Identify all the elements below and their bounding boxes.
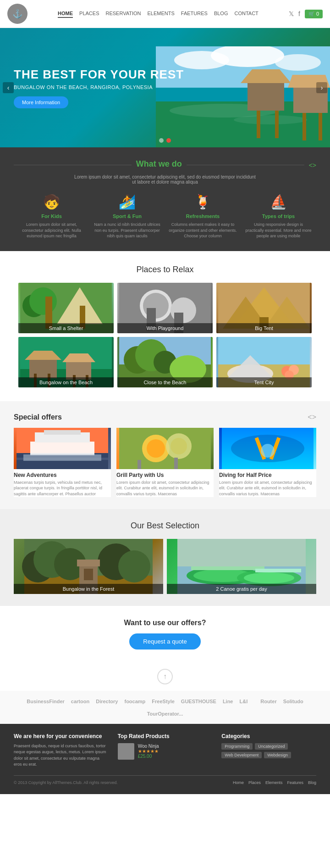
hero-dot-1[interactable] [159, 138, 164, 143]
section-divider: What we do <> [14, 159, 316, 171]
place-card-bungalow-beach[interactable]: Bungalow on the Beach [18, 337, 114, 387]
partner-cartoon: cartoon [71, 699, 89, 704]
best-selection-section: Our Best Selection Bungalow in the Fores… [0, 509, 330, 606]
offer-name-new-adventures: New Adventures [14, 472, 111, 478]
svg-rect-85 [77, 560, 100, 566]
partner-guesthouse: GUESTHOUSE [181, 699, 216, 704]
sport-icon: 🏄 [93, 194, 161, 210]
svg-rect-14 [302, 113, 306, 140]
place-card-big-tent[interactable]: Big Tent [216, 283, 312, 333]
hero-dot-2[interactable] [166, 138, 171, 143]
footer-link-home[interactable]: Home [233, 780, 244, 785]
cta-button[interactable]: Request a quote [129, 633, 200, 650]
nav-home[interactable]: HOME [58, 10, 73, 18]
main-nav: HOME PLACES RESERVATION ELEMENTS FAETURE… [58, 10, 258, 18]
nav-faetures[interactable]: FAETURES [181, 10, 208, 18]
chevron-icon: <> [309, 162, 316, 169]
nav-elements[interactable]: ELEMENTS [148, 10, 175, 18]
offer-img-cruise [14, 428, 111, 469]
feature-refreshments: 🍹 Refreshments Columns element makes it … [165, 194, 241, 239]
footer-cat-webdev[interactable]: Web Development [221, 752, 262, 758]
footer-copy: © 2013 Copyright by AllThemes.Club. All … [14, 780, 118, 785]
svg-rect-58 [30, 442, 94, 455]
place-card-close-beach[interactable]: Close to the Beach [117, 337, 213, 387]
best-grid: Bungalow in the Forest 2 Canoe gratis pe… [14, 539, 316, 594]
footer-col1-title: We are here for your convenience [14, 733, 109, 739]
footer-link-places[interactable]: Places [248, 780, 261, 785]
features-grid: 🧒 For Kids Lorem ipsum dolor sit amet, c… [14, 194, 316, 239]
place-label-close-beach: Close to the Beach [117, 377, 213, 387]
cta-section: Want to use our offers? Request a quote [0, 606, 330, 662]
feature-kids-label: For Kids [17, 213, 86, 219]
svg-point-65 [147, 439, 165, 458]
footer-link-elements[interactable]: Elements [265, 780, 283, 785]
header-right: 𝕏 f 🛒 0 [289, 10, 323, 18]
trips-icon: ⛵ [244, 194, 313, 210]
feature-kids-desc: Lorem ipsum dolor sit amet, consectetur … [17, 222, 86, 239]
facebook-icon[interactable]: f [298, 10, 300, 17]
feature-trips: ⛵ Types of trips Using responsive design… [241, 194, 316, 239]
nav-places[interactable]: PLACES [79, 10, 99, 18]
svg-rect-92 [191, 566, 264, 570]
svg-point-18 [29, 287, 57, 315]
hero-next-button[interactable]: › [316, 82, 327, 93]
hero-prev-button[interactable]: ‹ [3, 82, 14, 93]
svg-rect-68 [138, 460, 141, 469]
footer-cat-programming[interactable]: Programming [221, 743, 253, 750]
offer-desc-grill-party: Lorem ipsum dolor sit amet, consectetur … [116, 480, 214, 497]
svg-rect-84 [84, 569, 93, 580]
footer-col3-title: Categories [221, 733, 316, 739]
place-card-tent-city[interactable]: Tent City [216, 337, 312, 387]
nav-contact[interactable]: CONTACT [234, 10, 258, 18]
footer-bottom: © 2013 Copyright by AllThemes.Club. All … [14, 775, 316, 785]
footer-link-blog[interactable]: Blog [308, 780, 316, 785]
nav-blog[interactable]: BLOG [214, 10, 228, 18]
svg-point-82 [118, 550, 150, 582]
feature-kids: 🧒 For Kids Lorem ipsum dolor sit amet, c… [14, 194, 89, 239]
scroll-up-button[interactable]: ↑ [157, 669, 173, 684]
footer-cat-webdesign[interactable]: Webdesign [264, 752, 291, 758]
feature-trips-desc: Using responsive design is practically e… [244, 222, 313, 239]
place-card-playground[interactable]: With Playground [117, 283, 213, 333]
svg-rect-35 [29, 360, 57, 378]
place-label-playground: With Playground [117, 323, 213, 333]
partner-solitudo: Solitudo [283, 699, 303, 704]
offers-title: Special offers [14, 413, 62, 421]
divider-left [14, 165, 132, 165]
best-label-forest: Bungalow in the Forest [14, 584, 163, 594]
hero-cta-button[interactable]: More Information [14, 96, 68, 108]
twitter-icon[interactable]: 𝕏 [289, 10, 294, 17]
footer-cat-uncategorized[interactable]: Uncategorized [255, 743, 288, 750]
footer-link-features[interactable]: Features [287, 780, 303, 785]
divider-right [187, 165, 304, 165]
place-label-big-tent: Big Tent [216, 323, 312, 333]
place-label-tent-city: Tent City [216, 377, 312, 387]
kids-icon: 🧒 [17, 194, 86, 210]
footer-links: Home Places Elements Features Blog [233, 780, 316, 785]
footer-col1-text: Praesent dapibus, neque id cursus faucib… [14, 743, 109, 768]
offer-new-adventures[interactable]: New Adventures Maecenas turpis turpis, v… [14, 428, 111, 497]
offer-grill-party[interactable]: Grill Party with Us Lorem ipsum dolor si… [116, 428, 214, 497]
svg-rect-93 [255, 569, 301, 572]
best-card-canoe[interactable]: 2 Canoe gratis per day [167, 539, 316, 594]
svg-rect-62 [23, 454, 101, 461]
refreshments-icon: 🍹 [169, 194, 237, 210]
partner-foocamp: foocamp [124, 699, 145, 704]
footer-col3: Categories Programming Uncategorized Web… [221, 733, 316, 768]
what-we-do-desc: Lorem ipsum dolor sit amet, consectetur … [73, 174, 257, 185]
offer-diving[interactable]: Diving for Half Price Lorem ipsum dolor … [219, 428, 316, 497]
best-card-forest[interactable]: Bungalow in the Forest [14, 539, 163, 594]
offers-nav-icon[interactable]: <> [308, 413, 316, 421]
partner-router: Router [260, 699, 276, 704]
footer: We are here for your convenience Praesen… [0, 724, 330, 794]
hero-title: THE BEST FOR YOUR REST [14, 67, 184, 82]
nav-reservation[interactable]: RESERVATION [106, 10, 141, 18]
partner-line: Line [223, 699, 233, 704]
offer-name-diving: Diving for Half Price [219, 472, 316, 478]
feature-trips-label: Types of trips [244, 213, 313, 219]
hero-section: THE BEST FOR YOUR REST BUNGALOW ON THE B… [0, 28, 330, 147]
footer-col2: Top Rated Products Woo Ninja ★★★★★ £25.0… [118, 733, 213, 768]
svg-rect-10 [257, 111, 260, 138]
place-card-small-shelter[interactable]: Small a Shelter [18, 283, 114, 333]
cart-button[interactable]: 🛒 0 [305, 10, 323, 18]
